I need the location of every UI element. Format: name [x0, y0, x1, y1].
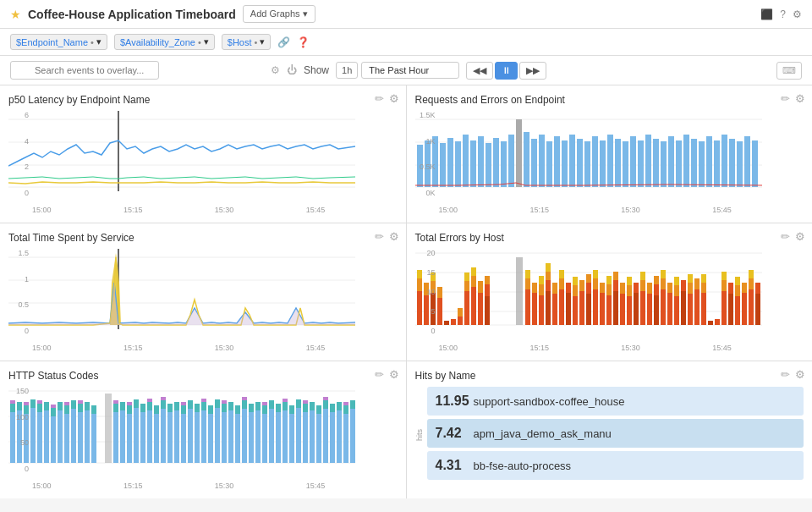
chart-requests-title: Requests and Errors on Endpoint — [415, 94, 804, 106]
header-icons: ⬛ ? ⚙ — [760, 8, 802, 20]
chart-total-errors-gear[interactable]: ⚙ — [795, 230, 805, 243]
svg-rect-205 — [64, 405, 69, 414]
svg-rect-251 — [208, 414, 213, 463]
monitor-icon[interactable]: ⬛ — [760, 8, 773, 20]
keyboard-icon[interactable]: ⌨ — [776, 62, 802, 80]
svg-rect-199 — [51, 416, 56, 463]
svg-rect-213 — [85, 402, 90, 410]
svg-rect-264 — [242, 397, 247, 400]
chart-http-gear[interactable]: ⚙ — [389, 368, 399, 381]
chart-hits-gear[interactable]: ⚙ — [795, 368, 805, 381]
svg-rect-168 — [728, 294, 733, 325]
svg-rect-209 — [78, 412, 83, 463]
svg-rect-247 — [195, 404, 200, 412]
svg-rect-174 — [742, 283, 747, 293]
show-label: Show — [304, 64, 329, 76]
chart-total-time-title: Total Time Spent by Service — [8, 232, 398, 244]
filter-arrow-endpoint: ▾ — [96, 36, 102, 47]
chart-http-pencil[interactable]: ✏ — [375, 368, 384, 381]
svg-rect-134 — [627, 277, 632, 285]
svg-rect-102 — [546, 272, 551, 280]
time-back-button[interactable]: ◀◀ — [466, 62, 493, 80]
svg-rect-219 — [113, 400, 118, 404]
chart-requests-pencil[interactable]: ✏ — [781, 92, 790, 105]
chart-total-time-svg — [8, 249, 355, 342]
svg-rect-97 — [539, 295, 544, 325]
svg-rect-235 — [161, 400, 166, 409]
chart-hits-title: Hits by Name — [415, 370, 804, 382]
chart-total-time-gear[interactable]: ⚙ — [389, 230, 399, 243]
svg-rect-118 — [586, 274, 591, 283]
svg-rect-291 — [323, 400, 328, 409]
svg-rect-261 — [235, 405, 240, 414]
time-dropdown[interactable]: The Past Hour The Past 4 Hours The Past … — [361, 62, 459, 79]
filter-var-endpoint: $Endpoint_Name — [16, 37, 88, 47]
chart-total-errors-pencil[interactable]: ✏ — [781, 230, 790, 243]
svg-rect-269 — [262, 414, 267, 463]
svg-rect-164 — [715, 319, 720, 325]
chart-hits-pencil[interactable]: ✏ — [781, 368, 790, 381]
help-circle-icon[interactable]: ❓ — [297, 36, 310, 48]
filter-var-host: $Host — [228, 37, 252, 47]
chart-requests-gear[interactable]: ⚙ — [795, 92, 805, 105]
add-graphs-button[interactable]: Add Graphs ▾ — [243, 5, 315, 23]
chart-total-errors-yaxis: 20151050 — [415, 249, 439, 335]
hits-value-3: 4.31 — [436, 458, 474, 473]
svg-rect-40 — [653, 139, 659, 187]
filter-endpoint[interactable]: $Endpoint_Name • ▾ — [10, 34, 107, 50]
svg-rect-237 — [167, 412, 173, 463]
svg-rect-51 — [737, 141, 743, 187]
svg-rect-41 — [661, 141, 667, 187]
svg-rect-279 — [289, 414, 294, 463]
time-select: 1h The Past Hour The Past 4 Hours The Pa… — [336, 62, 546, 80]
svg-rect-272 — [269, 409, 274, 463]
svg-rect-208 — [71, 400, 76, 409]
svg-rect-267 — [255, 410, 261, 463]
search-bar: 🔍 ⚙ ⏻ Show 1h The Past Hour The Past 4 H… — [0, 56, 812, 85]
gear-icon[interactable]: ⚙ — [793, 8, 802, 20]
time-pause-button[interactable]: ⏸ — [495, 62, 518, 80]
chart-http-svg — [8, 387, 355, 480]
svg-rect-111 — [573, 296, 578, 325]
svg-rect-215 — [91, 405, 96, 414]
svg-rect-28 — [562, 140, 568, 187]
svg-rect-256 — [222, 404, 227, 412]
search-input[interactable] — [10, 61, 159, 80]
svg-rect-18 — [486, 143, 491, 187]
chart-p50-gear[interactable]: ⚙ — [389, 92, 399, 105]
search-gear-icon[interactable]: ⚙ — [271, 64, 280, 76]
svg-rect-116 — [586, 294, 591, 325]
svg-rect-241 — [181, 414, 186, 463]
link-icon[interactable]: 🔗 — [277, 36, 290, 48]
svg-rect-218 — [113, 404, 118, 412]
svg-rect-226 — [134, 399, 139, 408]
time-forward-button[interactable]: ▶▶ — [519, 62, 546, 80]
svg-rect-141 — [647, 283, 652, 294]
svg-rect-227 — [140, 412, 145, 463]
svg-rect-301 — [350, 400, 355, 409]
svg-rect-30 — [577, 139, 583, 187]
filter-availability[interactable]: $Availability_Zone • ▾ — [114, 34, 215, 50]
svg-rect-49 — [721, 135, 727, 187]
svg-rect-170 — [735, 296, 740, 325]
svg-rect-148 — [667, 293, 672, 325]
search-power-icon[interactable]: ⏻ — [287, 64, 297, 76]
chart-p50-pencil[interactable]: ✏ — [375, 92, 384, 105]
svg-rect-161 — [701, 283, 706, 293]
chart-requests-svg — [415, 111, 762, 204]
filter-host[interactable]: $Host • ▾ — [222, 34, 272, 50]
svg-rect-106 — [559, 289, 564, 325]
chart-total-time: Total Time Spent by Service ✏ ⚙ 1.510.50 — [0, 223, 406, 361]
help-icon[interactable]: ? — [780, 8, 786, 20]
svg-rect-46 — [699, 141, 705, 187]
chart-http-area: 150100500 — [8, 387, 398, 490]
svg-rect-39 — [645, 135, 651, 187]
chart-p50-title: p50 Latency by Endpoint Name — [8, 94, 398, 106]
svg-rect-22 — [516, 119, 522, 187]
svg-rect-77 — [451, 319, 456, 325]
svg-rect-300 — [350, 409, 355, 463]
svg-rect-280 — [289, 405, 294, 414]
chart-total-time-pencil[interactable]: ✏ — [375, 230, 384, 243]
svg-rect-109 — [566, 293, 571, 325]
svg-rect-278 — [283, 399, 288, 402]
